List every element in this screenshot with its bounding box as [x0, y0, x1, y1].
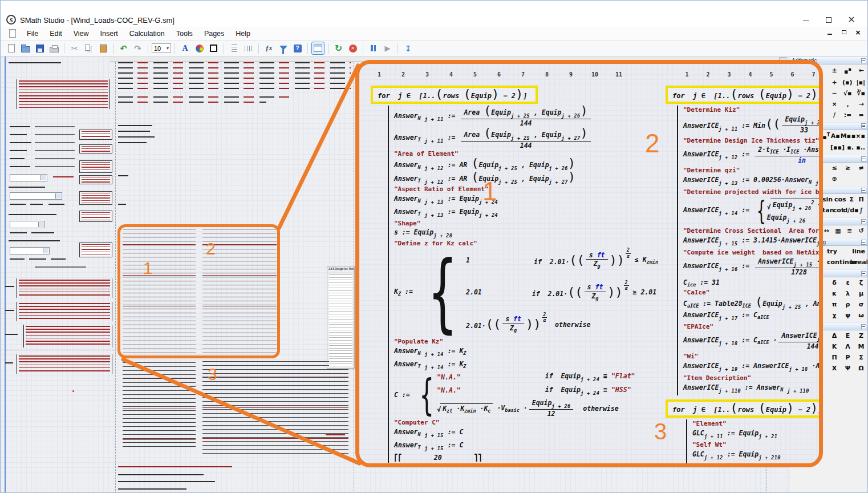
palette-item[interactable]: ≡: [846, 227, 854, 235]
palette-item[interactable]: ▪..: [856, 144, 865, 151]
palette-item[interactable]: ▪▪: [844, 66, 852, 75]
formula-comment[interactable]: "Determine qzi": [683, 166, 823, 174]
palette-item[interactable]: ±: [830, 67, 838, 74]
palette-item[interactable]: ▪T: [822, 132, 830, 141]
palette-item[interactable]: ▪.: [846, 144, 854, 151]
mdi-close-icon[interactable]: ×: [854, 29, 862, 36]
palette-item[interactable]: π: [830, 301, 838, 308]
toolbar-open-button[interactable]: [19, 42, 32, 55]
formula-line[interactable]: AnswerN j + 15 := C: [394, 426, 663, 439]
collapse-section-icon[interactable]: [861, 156, 866, 161]
menu-item-view[interactable]: View: [68, 29, 95, 39]
palette-item[interactable]: :=: [844, 111, 852, 119]
palette-item[interactable]: ▦: [834, 227, 842, 235]
maximize-button[interactable]: [817, 15, 840, 25]
palette-item[interactable]: Σ: [857, 354, 865, 361]
palette-item[interactable]: Ε: [844, 332, 852, 340]
collapse-section-icon[interactable]: [861, 324, 866, 329]
formula-line[interactable]: GLCj + 11 := Equipj + 21: [692, 427, 823, 441]
palette-item[interactable]: Κ: [830, 343, 838, 350]
formula-line[interactable]: AnswerN j + 14 := KZ: [394, 345, 663, 358]
palette-item[interactable]: =: [857, 111, 865, 119]
toolbar-sidepanel-button[interactable]: [311, 42, 325, 55]
toolbar-save-button[interactable]: [33, 42, 46, 55]
for-loop-header[interactable]: for j ∈ [1..(rows (Equip) − 2)]: [371, 86, 538, 104]
toolbar-border-button[interactable]: [207, 42, 220, 55]
palette-item[interactable]: ↔: [822, 227, 830, 235]
palette-item[interactable]: /: [830, 111, 838, 119]
formula-line[interactable]: AnswerICEj + 14 := {√Equipj + 262 + Equi…: [683, 196, 823, 227]
formula-line[interactable]: AnswerICEj + 11 := Min((Equipj + 2833)0.…: [683, 114, 823, 136]
formula-line[interactable]: AnswerT j + 11 := Area (Equipj + 25 , Eq…: [394, 128, 663, 150]
collapse-section-icon[interactable]: [861, 219, 866, 224]
formula-line[interactable]: AnswerICEj + 12 := 2·tICE ·IICE ·AnswerI…: [683, 144, 823, 166]
palette-item[interactable]: Λ: [844, 343, 852, 350]
palette-item[interactable]: Δ: [830, 332, 838, 340]
formula-comment[interactable]: "Self Wt": [692, 441, 823, 448]
palette-item[interactable]: Μ: [857, 343, 865, 350]
formula-comment[interactable]: "Compute ice weight based on NetAix abo": [683, 248, 823, 256]
palette-item[interactable]: σ: [857, 301, 865, 308]
close-button[interactable]: ×: [840, 14, 863, 25]
formula-line[interactable]: AnswerICEj + 18 := CaICE ·AnswerICEj + 1…: [683, 330, 823, 352]
formula-line[interactable]: s := Equipj + 28: [394, 227, 663, 239]
palette-item[interactable]: break: [850, 258, 865, 266]
formula-comment[interactable]: "Determine projected width for ice build…: [683, 188, 823, 196]
collapse-section-icon[interactable]: [861, 240, 866, 245]
palette-item[interactable]: ψ: [844, 312, 852, 319]
menu-item-calculation[interactable]: Calculation: [124, 29, 171, 39]
palette-item[interactable]: ←: [857, 67, 865, 74]
palette-item[interactable]: δ: [830, 279, 838, 286]
palette-item[interactable]: κ: [830, 290, 838, 297]
toolbar-palette-button[interactable]: [193, 42, 206, 55]
menu-item-pages[interactable]: Pages: [198, 29, 230, 39]
toolbar-undo-button[interactable]: ↶: [117, 42, 130, 55]
formula-comment[interactable]: "Aspect Ratio of Element": [394, 185, 663, 193]
palette-item[interactable]: →: [857, 100, 865, 108]
palette-item[interactable]: (▪): [842, 79, 853, 86]
toolbar-new-button[interactable]: [5, 42, 18, 55]
palette-item[interactable]: [▪▪]: [830, 144, 845, 151]
menu-item-edit[interactable]: Edit: [44, 29, 68, 39]
palette-item[interactable]: tan: [822, 207, 833, 214]
palette-item[interactable]: |▪|: [856, 79, 865, 86]
formula-line[interactable]: AnswerT j + 13 := Equipj + 24: [394, 206, 663, 219]
toolbar-copy-button[interactable]: [82, 42, 95, 55]
palette-item[interactable]: μ: [857, 290, 865, 297]
palette-item[interactable]: ▪×▪: [851, 132, 865, 140]
palette-item[interactable]: continue: [827, 258, 850, 266]
palette-item[interactable]: ∫: [857, 207, 865, 214]
formula-comment[interactable]: "Wi": [683, 352, 823, 360]
formula-line[interactable]: AnswerT j + 15 := C: [394, 439, 663, 452]
palette-item[interactable]: try: [827, 248, 837, 255]
formula-line[interactable]: ⎡⎡20⎤⎤: [394, 452, 663, 463]
palette-item[interactable]: M▪: [841, 132, 851, 140]
palette-item[interactable]: d∕d▪: [843, 207, 857, 214]
formula-line[interactable]: AnswerT j + 14 := KZ: [394, 358, 663, 371]
palette-item[interactable]: A▪: [831, 132, 840, 140]
palette-item[interactable]: ε: [844, 279, 852, 286]
toolbar-filter-button[interactable]: [277, 42, 290, 55]
formula-comment[interactable]: "Area of Element": [394, 149, 663, 157]
palette-item[interactable]: χ: [830, 312, 838, 319]
collapse-section-icon[interactable]: [861, 188, 866, 193]
toolbar-step-button[interactable]: ↧: [401, 42, 415, 55]
palette-item[interactable]: ↺: [857, 227, 865, 235]
formula-column-3[interactable]: for j ∈ [1..(rows (Equip) − 2)]"Element"…: [666, 399, 823, 467]
toolbar-refresh-button[interactable]: ↻: [332, 42, 345, 55]
palette-item[interactable]: −: [830, 90, 838, 97]
palette-item[interactable]: +: [830, 79, 838, 86]
formula-comment[interactable]: "EPAIce": [683, 322, 823, 330]
toolbar-abort-button[interactable]: ✕: [346, 42, 359, 55]
formula-line[interactable]: AnswerICEj + 110 := AnswerN j + 110: [683, 382, 823, 395]
toolbar-ruler-h-button[interactable]: [242, 42, 255, 55]
formula-comment[interactable]: "Shape": [394, 219, 663, 227]
palette-item[interactable]: Ζ: [857, 332, 865, 340]
menu-item-insert[interactable]: Insert: [95, 29, 124, 39]
mdi-minimize-icon[interactable]: [826, 29, 833, 36]
formula-line[interactable]: Cice := 31: [683, 278, 823, 288]
palette-item[interactable]: ≤: [830, 164, 838, 172]
formula-line[interactable]: AnswerICEj + 19 := AnswerICEj + 18 ·Answ…: [683, 360, 823, 374]
formula-line[interactable]: C := {"N.A."if Equipj + 24 ≡ "Flat""N.A.…: [394, 371, 663, 418]
palette-item[interactable]: ≥: [844, 164, 852, 172]
